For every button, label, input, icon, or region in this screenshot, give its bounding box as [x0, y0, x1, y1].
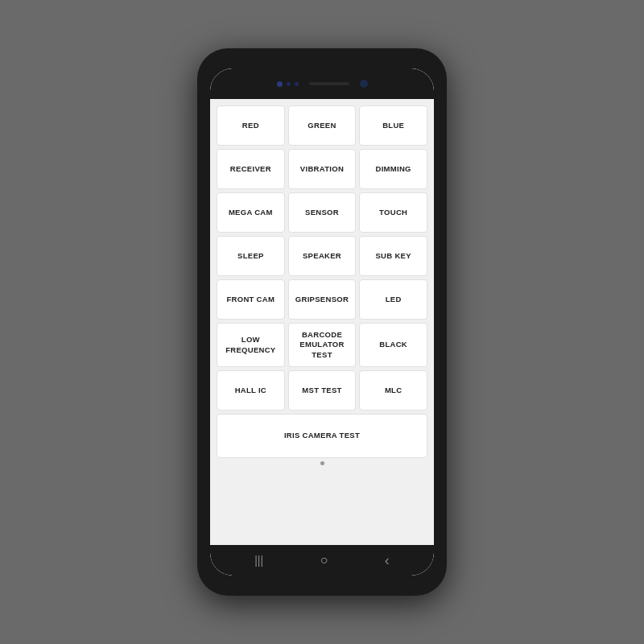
test-cell-sensor[interactable]: SENSOR [288, 192, 357, 233]
speaker-grille [309, 82, 349, 85]
page-indicator [217, 458, 427, 467]
test-cell-sleep[interactable]: SLEEP [217, 236, 285, 276]
test-cell-iris-camera[interactable]: IRIS CAMERA TEST [217, 414, 427, 458]
indicator-dot [320, 461, 324, 465]
test-cell-vibration[interactable]: VIBRATION [288, 149, 357, 189]
bottom-navigation: ||| ○ ‹ [210, 545, 434, 576]
phone-top-bezel [210, 68, 434, 99]
test-cell-receiver[interactable]: RECEIVER [217, 149, 285, 189]
test-cell-speaker[interactable]: SPEAKER [288, 236, 357, 276]
test-grid: RED GREEN BLUE RECEIVER VIBRATION DIMMIN… [217, 105, 427, 458]
camera-lens [360, 80, 368, 88]
test-cell-gripsensor[interactable]: GRIPSENSOR [288, 279, 357, 320]
indicator-dot-2 [287, 82, 291, 86]
test-cell-green[interactable]: GREEN [288, 105, 357, 146]
test-cell-front-cam[interactable]: FRONT CAM [217, 279, 285, 320]
test-cell-hall-ic[interactable]: HALL IC [217, 370, 285, 411]
test-cell-red[interactable]: RED [217, 105, 285, 146]
test-cell-blue[interactable]: BLUE [359, 105, 427, 146]
recent-apps-button[interactable]: ||| [254, 554, 263, 567]
test-cell-barcode-emulator[interactable]: BARCODEEMULATOR TEST [288, 323, 357, 367]
indicator-dot-3 [295, 82, 299, 86]
back-button[interactable]: ‹ [385, 552, 390, 569]
test-cell-mst-test[interactable]: MST TEST [288, 370, 357, 411]
screen-content[interactable]: RED GREEN BLUE RECEIVER VIBRATION DIMMIN… [210, 99, 434, 545]
test-cell-mlc[interactable]: MLC [359, 370, 427, 411]
test-cell-sub-key[interactable]: SUB KEY [359, 236, 427, 276]
test-cell-black[interactable]: BLACK [359, 323, 427, 367]
phone-device: RED GREEN BLUE RECEIVER VIBRATION DIMMIN… [197, 48, 447, 596]
front-camera-area [277, 80, 368, 88]
test-cell-led[interactable]: LED [359, 279, 427, 320]
phone-screen: RED GREEN BLUE RECEIVER VIBRATION DIMMIN… [210, 68, 434, 576]
test-cell-low-frequency[interactable]: LOW FREQUENCY [217, 323, 285, 367]
indicator-dot-1 [277, 81, 283, 87]
test-cell-touch[interactable]: TOUCH [359, 192, 427, 233]
test-cell-dimming[interactable]: DIMMING [359, 149, 427, 189]
test-cell-mega-cam[interactable]: MEGA CAM [217, 192, 285, 233]
home-button[interactable]: ○ [320, 553, 328, 568]
